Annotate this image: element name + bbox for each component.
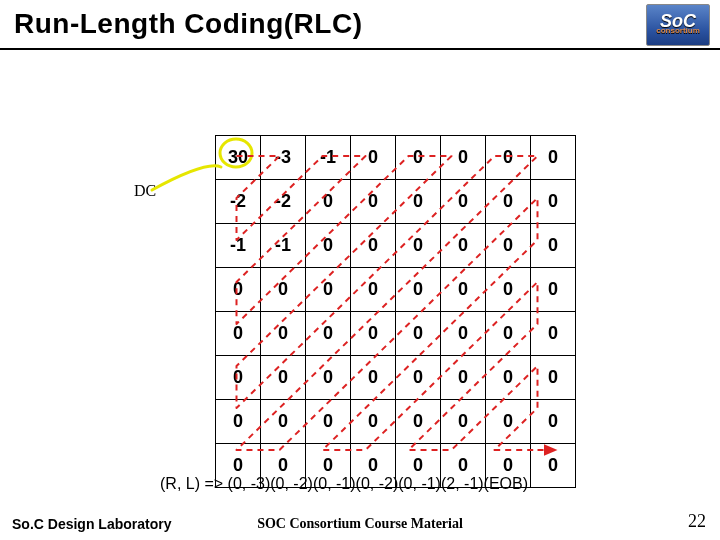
matrix-cell: 0 — [306, 356, 351, 400]
dc-label: DC — [134, 182, 156, 200]
matrix-cell: 0 — [306, 312, 351, 356]
matrix-cell: 0 — [306, 180, 351, 224]
matrix-cell: 0 — [531, 136, 576, 180]
logo-bottom: consortium — [656, 26, 700, 35]
matrix-cell: 0 — [351, 400, 396, 444]
rlc-formula: (R, L) => (0, -3)(0, -2)(0, -1)(0, -2)(0… — [160, 475, 528, 493]
matrix-cell: 0 — [306, 400, 351, 444]
footer-mid: SOC Consortium Course Material — [0, 516, 720, 532]
title-rule — [0, 48, 720, 50]
matrix-cell: 0 — [531, 224, 576, 268]
matrix-cell: 0 — [351, 136, 396, 180]
matrix-cell: 0 — [261, 356, 306, 400]
matrix-cell: 0 — [351, 356, 396, 400]
matrix-cell: 0 — [396, 312, 441, 356]
matrix-cell: 0 — [216, 268, 261, 312]
matrix-cell: 0 — [486, 268, 531, 312]
matrix-cell: 0 — [486, 356, 531, 400]
matrix-cell: 0 — [531, 444, 576, 488]
matrix-cell: 0 — [216, 400, 261, 444]
matrix-cell: 0 — [306, 268, 351, 312]
matrix-cell: 0 — [396, 224, 441, 268]
page-title: Run-Length Coding(RLC) — [14, 8, 362, 40]
slide: { "title": "Run-Length Coding(RLC)", "lo… — [0, 0, 720, 540]
page-number: 22 — [688, 511, 706, 532]
matrix-cell: 0 — [486, 180, 531, 224]
matrix-cell: 0 — [261, 400, 306, 444]
matrix: 30-3-100000-2-2000000-1-1000000000000000… — [215, 135, 576, 488]
matrix-cell: 0 — [351, 268, 396, 312]
matrix-cell: 0 — [351, 224, 396, 268]
matrix-cell: 0 — [216, 312, 261, 356]
matrix-cell: -1 — [306, 136, 351, 180]
matrix-cell: 0 — [306, 224, 351, 268]
matrix-cell: -2 — [216, 180, 261, 224]
matrix-cell: 0 — [261, 268, 306, 312]
matrix-cell: 0 — [441, 400, 486, 444]
matrix-cell: 0 — [531, 312, 576, 356]
matrix-cell: -1 — [216, 224, 261, 268]
matrix-cell: 0 — [396, 136, 441, 180]
matrix-cell: 0 — [351, 180, 396, 224]
matrix-cell: 0 — [441, 136, 486, 180]
matrix-cell: 0 — [531, 180, 576, 224]
matrix-cell: 0 — [216, 356, 261, 400]
matrix-cell: 0 — [486, 224, 531, 268]
matrix-cell: 0 — [441, 312, 486, 356]
matrix-cell: 0 — [351, 312, 396, 356]
matrix-cell: 30 — [216, 136, 261, 180]
matrix-cell: 0 — [441, 268, 486, 312]
matrix-cell: 0 — [531, 400, 576, 444]
matrix-cell: 0 — [486, 400, 531, 444]
matrix-cell: 0 — [441, 180, 486, 224]
matrix-cell: 0 — [441, 356, 486, 400]
matrix-cell: 0 — [396, 356, 441, 400]
matrix-cell: 0 — [441, 224, 486, 268]
matrix-cell: 0 — [531, 356, 576, 400]
matrix-cell: 0 — [486, 136, 531, 180]
matrix-cell: 0 — [396, 400, 441, 444]
matrix-cell: 0 — [396, 268, 441, 312]
matrix-cell: 0 — [486, 312, 531, 356]
matrix-cell: -1 — [261, 224, 306, 268]
logo: SoC consortium — [646, 4, 710, 46]
matrix-cell: 0 — [261, 312, 306, 356]
matrix-table: 30-3-100000-2-2000000-1-1000000000000000… — [215, 135, 576, 488]
matrix-cell: -2 — [261, 180, 306, 224]
matrix-cell: 0 — [531, 268, 576, 312]
matrix-cell: 0 — [396, 180, 441, 224]
matrix-cell: -3 — [261, 136, 306, 180]
